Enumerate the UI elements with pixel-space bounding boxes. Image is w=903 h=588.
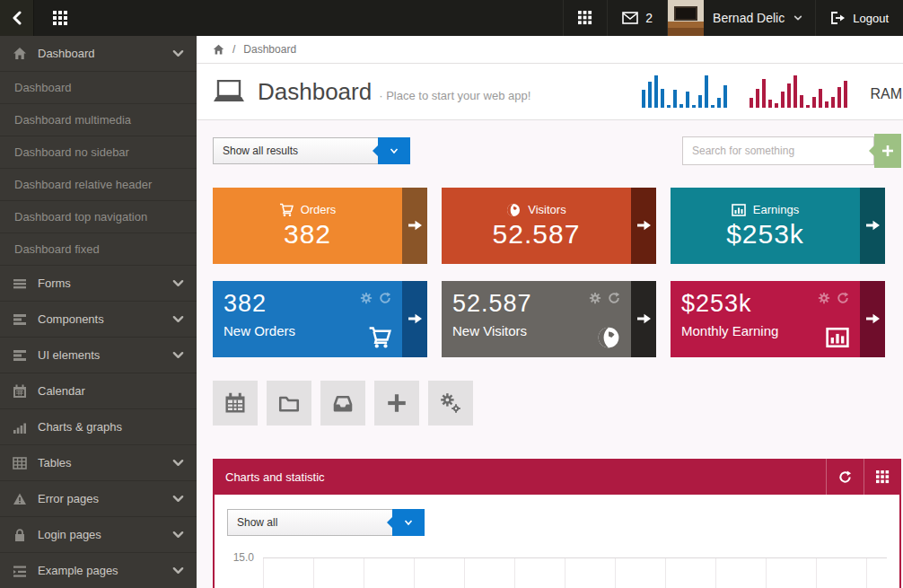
tile-arrow-button[interactable] — [631, 188, 656, 264]
logout-button[interactable]: Logout — [815, 0, 903, 36]
sidebar-item-example-pages[interactable]: Example pages — [0, 553, 197, 588]
sidebar-item-tables[interactable]: Tables — [0, 445, 197, 481]
orders-tile[interactable]: Orders 382 — [213, 188, 427, 264]
calendar-icon — [13, 384, 27, 399]
logout-label: Logout — [853, 12, 889, 25]
sidebar-item-forms[interactable]: Forms — [0, 266, 197, 302]
results-filter-value: Show all results — [214, 138, 379, 163]
calendar-icon — [224, 392, 246, 414]
panel-refresh-button[interactable] — [826, 459, 864, 495]
gear-icon[interactable] — [818, 292, 830, 304]
laptop-icon — [213, 80, 245, 103]
quick-actions-row — [213, 381, 901, 426]
tile-label: Earnings — [753, 203, 799, 216]
inbox-icon — [332, 392, 354, 414]
sidebar-item-ui-elements[interactable]: UI elements — [0, 338, 197, 373]
tile-label: Orders — [301, 203, 337, 216]
sidebar-subitem-dashboard-multimedia[interactable]: Dashboard multimedia — [0, 104, 197, 136]
sidebar-item-login-pages[interactable]: Login pages — [0, 517, 197, 553]
search-input[interactable] — [682, 136, 874, 165]
refresh-icon[interactable] — [379, 292, 391, 304]
tile-arrow-button[interactable] — [860, 281, 885, 357]
menu-lines-icon — [13, 276, 27, 291]
breadcrumb: / Dashboard — [197, 36, 903, 64]
panel-grid-button[interactable] — [864, 459, 901, 495]
search-add-button[interactable] — [874, 134, 901, 168]
results-filter-dropdown[interactable]: Show all results — [213, 137, 410, 164]
cart-icon — [368, 326, 391, 349]
dropdown-caret-button[interactable] — [392, 509, 425, 536]
monthly-earning-tile[interactable]: $253k Monthly Earning — [671, 281, 885, 357]
charts-panel-title: Charts and statistic — [213, 470, 826, 484]
sidebar-item-label: Forms — [38, 276, 162, 290]
refresh-icon[interactable] — [837, 292, 849, 304]
sidebar-item-error-pages[interactable]: Error pages — [0, 481, 197, 517]
sidebar-item-dashboard[interactable]: Dashboard — [0, 36, 197, 72]
sidebar-subitem-dashboard-top-navigation[interactable]: Dashboard top navigation — [0, 201, 197, 233]
tile-arrow-button[interactable] — [402, 281, 427, 357]
chart-box-icon — [732, 203, 746, 217]
messages-button[interactable]: 2 — [607, 0, 667, 36]
refresh-icon[interactable] — [608, 292, 620, 304]
ram-mini-chart — [750, 75, 850, 108]
add-button[interactable] — [374, 381, 419, 426]
dropdown-caret-button[interactable] — [378, 137, 410, 164]
grid-icon — [53, 11, 68, 26]
ram-label: RAM — [870, 86, 902, 108]
visitors-tile[interactable]: Visitors 52.587 — [442, 188, 656, 264]
globe-icon — [597, 326, 620, 349]
refresh-icon — [838, 470, 852, 484]
sidebar-subitem-dashboard-relative-header[interactable]: Dashboard relative header — [0, 169, 197, 201]
arrow-right-icon — [408, 312, 422, 326]
topbar-grid-button[interactable] — [563, 0, 607, 36]
tile-arrow-button[interactable] — [860, 188, 885, 264]
tile-value: 52.587 — [493, 219, 581, 250]
chevron-down-icon — [172, 349, 184, 361]
user-menu[interactable]: Bernad Delic — [667, 0, 815, 36]
cart-icon — [279, 203, 294, 217]
home-icon — [13, 47, 27, 61]
arrow-right-icon — [408, 219, 422, 233]
sidebar-subitem-dashboard-fixed[interactable]: Dashboard fixed — [0, 233, 197, 266]
new-orders-tile[interactable]: 382 New Orders — [213, 281, 427, 357]
sidebar-item-label: Dashboard — [38, 47, 162, 60]
envelope-icon — [622, 12, 638, 24]
sidebar-item-components[interactable]: Components — [0, 302, 197, 338]
chevron-down-icon — [172, 277, 184, 289]
earnings-tile[interactable]: Earnings $253k — [671, 188, 885, 264]
y-axis-tick: 15.0 — [227, 551, 263, 564]
back-button[interactable] — [0, 0, 34, 36]
calendar-button[interactable] — [213, 381, 258, 426]
sidebar-item-label: Tables — [38, 456, 162, 470]
sidebar-subitem-dashboard-no-sidebar[interactable]: Dashboard no sidebar — [0, 136, 197, 169]
apps-grid-button[interactable] — [34, 0, 86, 36]
sidebar-item-label: Charts & graphs — [38, 420, 184, 434]
arrow-right-icon — [866, 219, 880, 233]
chart-gridlines — [263, 557, 887, 588]
list-rows-icon — [13, 348, 27, 363]
settings-button[interactable] — [428, 381, 473, 426]
sidebar-item-charts-graphs[interactable]: Charts & graphs — [0, 409, 197, 445]
sidebar-item-label: Calendar — [38, 384, 184, 398]
gears-icon — [440, 392, 461, 414]
folder-button[interactable] — [267, 381, 311, 426]
plus-icon — [386, 392, 408, 414]
home-icon[interactable] — [213, 44, 224, 56]
sidebar-item-label: Login pages — [38, 528, 162, 541]
chart-filter-dropdown[interactable]: Show all — [227, 509, 425, 536]
tile-label: Monthly Earning — [681, 323, 849, 338]
tile-arrow-button[interactable] — [402, 188, 427, 264]
stat-tiles-row-2: 382 New Orders 52.587 — [213, 281, 901, 357]
new-visitors-tile[interactable]: 52.587 New Visitors — [442, 281, 656, 357]
chevron-down-icon — [172, 313, 184, 325]
inbox-button[interactable] — [320, 381, 365, 426]
chevron-down-icon — [793, 13, 802, 22]
sidebar-item-label: Components — [38, 312, 162, 326]
sidebar-subitem-dashboard[interactable]: Dashboard — [0, 72, 197, 104]
chevron-left-icon — [11, 11, 23, 25]
gear-icon[interactable] — [589, 292, 601, 304]
sidebar-item-calendar[interactable]: Calendar — [0, 373, 197, 409]
gear-icon[interactable] — [360, 292, 373, 304]
tile-arrow-button[interactable] — [631, 281, 656, 357]
sidebar-item-label: Example pages — [38, 564, 162, 577]
